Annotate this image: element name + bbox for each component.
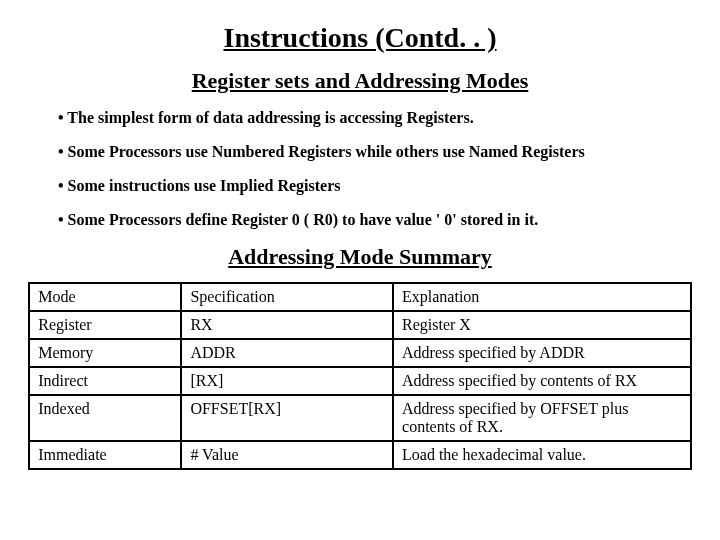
table-cell: Register: [29, 311, 181, 339]
table-cell: Immediate: [29, 441, 181, 469]
addressing-mode-table: Mode Specification Explanation Register …: [28, 282, 691, 470]
bullet-list: • The simplest form of data addressing i…: [18, 108, 702, 230]
table-cell: [RX]: [181, 367, 393, 395]
table-header-row: Mode Specification Explanation: [29, 283, 690, 311]
bullet-item: • Some Processors define Register 0 ( R0…: [58, 210, 702, 230]
slide: Instructions (Contd. . ) Register sets a…: [0, 0, 720, 540]
section-heading: Addressing Mode Summary: [18, 244, 702, 270]
table-cell: Address specified by contents of RX: [393, 367, 691, 395]
table-cell: # Value: [181, 441, 393, 469]
table-cell: Indirect: [29, 367, 181, 395]
table-cell: OFFSET[RX]: [181, 395, 393, 441]
table-row: Indexed OFFSET[RX] Address specified by …: [29, 395, 690, 441]
table-row: Register RX Register X: [29, 311, 690, 339]
column-header: Specification: [181, 283, 393, 311]
page-title: Instructions (Contd. . ): [18, 22, 702, 54]
table-cell: Load the hexadecimal value.: [393, 441, 691, 469]
table-cell: RX: [181, 311, 393, 339]
table-cell: Address specified by OFFSET plus content…: [393, 395, 691, 441]
table-row: Memory ADDR Address specified by ADDR: [29, 339, 690, 367]
table-cell: Address specified by ADDR: [393, 339, 691, 367]
column-header: Mode: [29, 283, 181, 311]
table-cell: Memory: [29, 339, 181, 367]
table-cell: Register X: [393, 311, 691, 339]
column-header: Explanation: [393, 283, 691, 311]
bullet-item: • The simplest form of data addressing i…: [58, 108, 702, 128]
table-cell: Indexed: [29, 395, 181, 441]
bullet-item: • Some instructions use Implied Register…: [58, 176, 702, 196]
subtitle: Register sets and Addressing Modes: [18, 68, 702, 94]
table-cell: ADDR: [181, 339, 393, 367]
table-row: Immediate # Value Load the hexadecimal v…: [29, 441, 690, 469]
table-row: Indirect [RX] Address specified by conte…: [29, 367, 690, 395]
bullet-item: • Some Processors use Numbered Registers…: [58, 142, 702, 162]
